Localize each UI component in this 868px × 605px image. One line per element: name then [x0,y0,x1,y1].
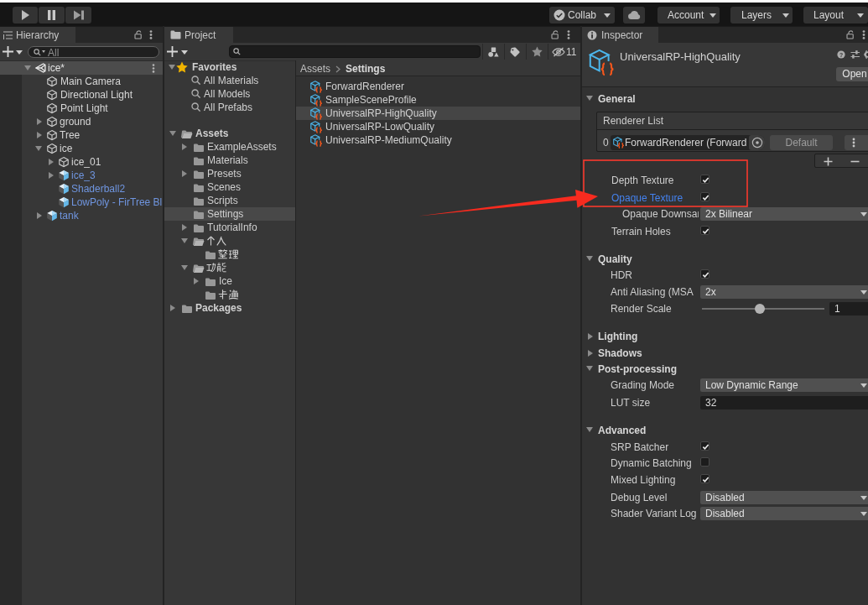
svg-text:?: ? [839,52,843,58]
